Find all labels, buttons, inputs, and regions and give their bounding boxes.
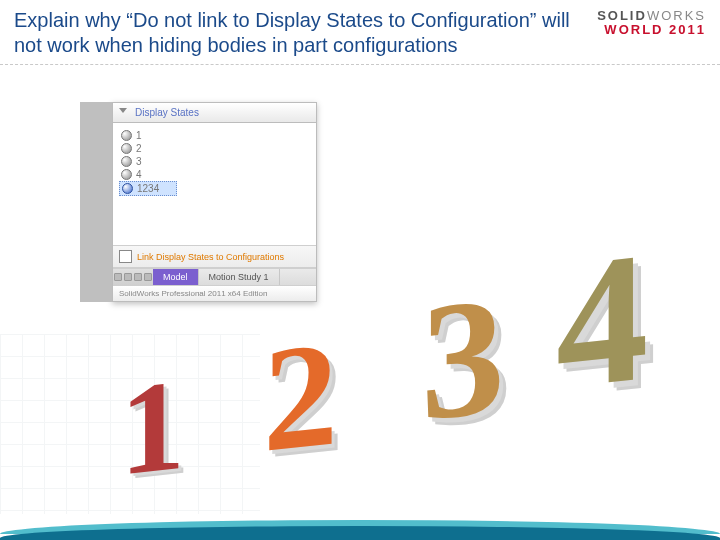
tree-item-label: 2 xyxy=(136,143,142,154)
numeral-1: 1 xyxy=(120,349,185,506)
tree-item[interactable]: 3 xyxy=(121,155,312,168)
panel-header-label: Display States xyxy=(135,107,199,118)
slide: Explain why “Do not link to Display Stat… xyxy=(0,0,720,540)
numeral-2: 2 xyxy=(263,306,338,486)
tree-item[interactable]: 4 xyxy=(121,168,312,181)
state-active-icon xyxy=(122,183,133,194)
bottom-tabs: Model Motion Study 1 xyxy=(113,268,316,285)
status-bar: SolidWorks Professional 2011 x64 Edition xyxy=(113,285,316,301)
footer-wave xyxy=(0,512,720,540)
display-states-panel: Display States 1 2 3 4 1234 Link Display… xyxy=(112,102,317,302)
display-state-tree: 1 2 3 4 1234 xyxy=(113,123,316,245)
checkbox-label: Link Display States to Configurations xyxy=(137,252,284,262)
checkbox-icon[interactable] xyxy=(119,250,132,263)
tab-scroll-controls[interactable] xyxy=(113,269,153,285)
tab-motion-study[interactable]: Motion Study 1 xyxy=(199,269,280,285)
tree-item-label: 1234 xyxy=(137,183,159,194)
tab-model[interactable]: Model xyxy=(153,269,199,285)
numeral-3: 3 xyxy=(421,258,505,460)
brand-rest: WORKS xyxy=(647,8,706,23)
state-icon xyxy=(121,169,132,180)
chevron-down-icon xyxy=(119,108,127,113)
state-icon xyxy=(121,156,132,167)
state-icon xyxy=(121,130,132,141)
brand-logo: SOLIDWORKS WORLD 2011 xyxy=(597,8,706,37)
divider xyxy=(0,64,720,65)
panel-header[interactable]: Display States xyxy=(113,103,316,123)
brand-line-2: WORLD 2011 xyxy=(597,22,706,37)
brand-bold: SOLID xyxy=(597,8,647,23)
state-icon xyxy=(121,143,132,154)
tree-item-label: 4 xyxy=(136,169,142,180)
tree-item[interactable]: 2 xyxy=(121,142,312,155)
brand-line-1: SOLIDWORKS xyxy=(597,8,706,23)
link-checkbox-row[interactable]: Link Display States to Configurations xyxy=(113,245,316,268)
tree-item-selected[interactable]: 1234 xyxy=(119,181,177,196)
slide-title: Explain why “Do not link to Display Stat… xyxy=(14,8,574,58)
tree-item-label: 3 xyxy=(136,156,142,167)
tree-item[interactable]: 1 xyxy=(121,129,312,142)
numeral-4: 4 xyxy=(556,209,649,432)
tree-item-label: 1 xyxy=(136,130,142,141)
